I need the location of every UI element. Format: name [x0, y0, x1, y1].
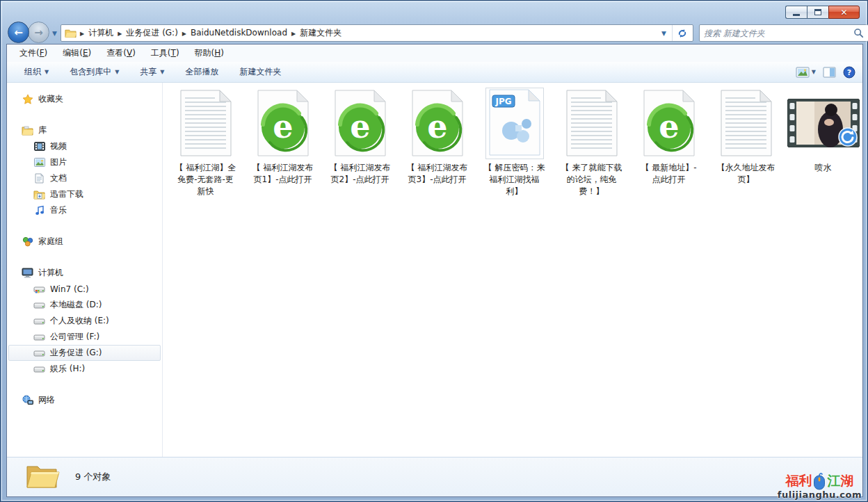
chevron-down-icon: ▼ — [160, 69, 164, 75]
menu-bar: 文件(F)编辑(E)查看(V)工具(T)帮助(H) — [7, 44, 862, 62]
file-item[interactable]: 【 来了就能下载的论坛，纯免费！】 — [553, 88, 630, 197]
breadcrumb-item[interactable]: 新建文件夹 — [299, 26, 342, 39]
file-item[interactable]: 【永久地址发布页】 — [707, 88, 785, 186]
toolbar-button[interactable]: 共享▼ — [132, 63, 172, 81]
search-icon[interactable] — [853, 28, 864, 38]
sidebar-item[interactable]: 个人及收纳 (E:) — [8, 313, 161, 329]
sidebar-item-label: 业务促进 (G:) — [50, 347, 102, 359]
sidebar-item[interactable]: 迅雷下载 — [8, 186, 161, 202]
video-icon — [33, 140, 45, 152]
address-bar-right: ▼ — [656, 25, 691, 41]
views-icon — [796, 67, 810, 78]
sidebar-item[interactable]: 音乐 — [8, 202, 161, 218]
sidebar-item[interactable]: 收藏夹 — [8, 91, 161, 107]
drive-icon — [33, 363, 45, 375]
sidebar-item[interactable]: 本地磁盘 (D:) — [8, 297, 161, 313]
change-view-button[interactable]: ▼ — [796, 67, 816, 78]
file-item[interactable]: e【 福利江湖发布页3】-点此打开 — [399, 88, 476, 186]
recent-pages-dropdown[interactable]: ▼ — [52, 30, 57, 37]
menu-item-label: 工具 — [151, 48, 168, 58]
file-list-area[interactable]: 【 福利江湖】全免费-无套路-更新快e【 福利江湖发布页1】-点此打开e【 福利… — [163, 83, 862, 457]
sidebar-item[interactable]: 网络 — [8, 392, 161, 408]
help-button[interactable]: ? — [843, 66, 855, 79]
menu-item[interactable]: 文件(F) — [14, 45, 53, 61]
chevron-down-icon: ▼ — [115, 69, 119, 75]
address-dropdown-icon[interactable]: ▼ — [656, 30, 672, 37]
sidebar-item[interactable]: 业务促进 (G:) — [8, 345, 161, 361]
maximize-button[interactable] — [807, 6, 828, 19]
ie-file-icon: e — [244, 88, 321, 158]
menu-item[interactable]: 帮助(H) — [189, 45, 230, 61]
watermark-text-right: 江湖 — [827, 474, 853, 488]
drive-windows-icon — [33, 283, 45, 295]
preview-pane-button[interactable] — [823, 67, 836, 78]
minimize-button[interactable] — [785, 6, 807, 19]
svg-text:e: e — [350, 108, 370, 145]
close-button[interactable]: ✕ — [828, 6, 860, 19]
menu-item-label: 文件 — [19, 48, 36, 58]
network-icon — [22, 394, 33, 406]
ie-file-icon: e — [630, 88, 707, 158]
files-grid: 【 福利江湖】全免费-无套路-更新快e【 福利江湖发布页1】-点此打开e【 福利… — [167, 88, 862, 204]
watermark-text-left: 福利 — [785, 474, 812, 488]
forward-button[interactable]: → — [28, 22, 49, 43]
file-item[interactable]: e【 福利江湖发布页2】-点此打开 — [321, 88, 399, 186]
drive-icon — [33, 347, 45, 359]
watermark-url: fulijianghu.com — [778, 490, 862, 500]
back-button[interactable]: ← — [8, 22, 29, 43]
sidebar-item[interactable]: 视频 — [8, 138, 161, 154]
menu-accelerator: H — [214, 48, 220, 58]
menu-item[interactable]: 查看(V) — [101, 45, 141, 61]
menu-accelerator: F — [40, 48, 45, 58]
watermark-char: 江 — [827, 473, 840, 488]
search-input[interactable] — [704, 29, 853, 38]
sidebar-item[interactable]: 娱乐 (H:) — [8, 361, 161, 377]
toolbar-button-label: 新建文件夹 — [239, 66, 281, 78]
svg-text:e: e — [427, 108, 447, 145]
toolbar-items: 组织▼包含到库中▼共享▼全部播放新建文件夹 — [17, 63, 294, 81]
svg-text:JPG: JPG — [495, 97, 511, 106]
sidebar-item-label: 收藏夹 — [38, 93, 63, 105]
main-area: 收藏夹库视频图片文档迅雷下载音乐家庭组计算机Win7 (C:)本地磁盘 (D:)… — [7, 83, 862, 457]
sidebar-item[interactable]: 计算机 — [8, 265, 161, 281]
file-item[interactable]: e【 最新地址】-点此打开 — [630, 88, 707, 186]
menu-accelerator: T — [171, 48, 176, 58]
navigation-row: ← → ▼ ▶计算机▶业务促进 (G:)▶BaiduNetdiskDownloa… — [6, 22, 862, 44]
sidebar-item-label: 本地磁盘 (D:) — [50, 299, 102, 311]
menu-item-label: 帮助 — [195, 48, 211, 58]
breadcrumb-item[interactable]: 业务促进 (G:) — [125, 26, 179, 39]
file-item[interactable]: 喷水 — [785, 88, 862, 174]
toolbar-button[interactable]: 新建文件夹 — [232, 63, 289, 81]
file-name: 【 最新地址】-点此打开 — [637, 162, 701, 186]
address-bar[interactable]: ▶计算机▶业务促进 (G:)▶BaiduNetdiskDownload▶新建文件… — [61, 24, 693, 42]
maximize-icon — [814, 9, 821, 15]
file-name: 喷水 — [791, 162, 855, 174]
toolbar-button[interactable]: 组织▼ — [17, 63, 56, 81]
refresh-icon — [677, 28, 688, 39]
libraries-icon — [22, 124, 33, 136]
views-dropdown-icon: ▼ — [812, 69, 816, 75]
toolbar-button[interactable]: 包含到库中▼ — [62, 63, 127, 81]
sidebar-item[interactable]: 文档 — [8, 170, 161, 186]
documents-icon — [33, 172, 45, 184]
file-item[interactable]: e【 福利江湖发布页1】-点此打开 — [244, 88, 321, 186]
file-item[interactable]: 【 福利江湖】全免费-无套路-更新快 — [167, 88, 244, 197]
menu-item[interactable]: 编辑(E) — [57, 45, 97, 61]
file-name: 【 福利江湖发布页3】-点此打开 — [405, 162, 469, 186]
refresh-button[interactable] — [672, 25, 691, 41]
file-item[interactable]: JPG【 解压密码：来福利江湖找福利】 — [476, 88, 553, 197]
sidebar-item-label: 文档 — [50, 172, 67, 184]
menu-item[interactable]: 工具(T) — [145, 45, 185, 61]
sidebar-item[interactable]: 家庭组 — [8, 234, 161, 250]
sidebar-item-label: 家庭组 — [38, 236, 63, 248]
sidebar-item[interactable]: Win7 (C:) — [8, 281, 161, 297]
breadcrumb: ▶计算机▶业务促进 (G:)▶BaiduNetdiskDownload▶新建文件… — [77, 27, 342, 39]
toolbar-button[interactable]: 全部播放 — [177, 63, 226, 81]
computer-icon — [22, 267, 33, 279]
sidebar-item[interactable]: 库 — [8, 122, 161, 138]
sidebar-item[interactable]: 公司管理 (F:) — [8, 329, 161, 345]
breadcrumb-item[interactable]: BaiduNetdiskDownload — [190, 26, 288, 39]
breadcrumb-item[interactable]: 计算机 — [88, 26, 114, 39]
sidebar-item[interactable]: 图片 — [8, 154, 161, 170]
sidebar-item-label: 计算机 — [38, 267, 63, 279]
